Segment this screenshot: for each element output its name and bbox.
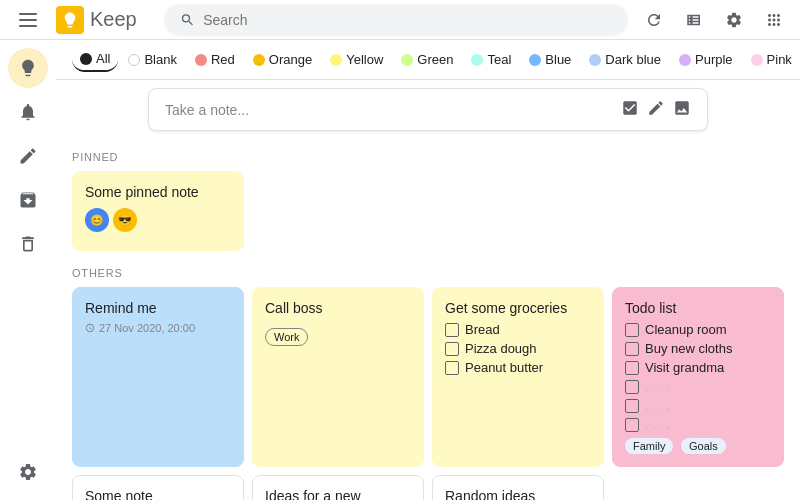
todo-list-card[interactable]: Todo list Cleanup room Buy new cloths Vi… bbox=[612, 287, 784, 467]
tag-family[interactable]: Family bbox=[625, 438, 673, 454]
note-input-bar[interactable]: Take a note... bbox=[148, 88, 708, 131]
filter-dot-purple bbox=[679, 54, 691, 66]
brush-icon[interactable] bbox=[647, 99, 665, 120]
some-note-card[interactable]: Some note bbox=[72, 475, 244, 500]
app-logo: Keep bbox=[56, 6, 156, 34]
pinned-note-card[interactable]: Some pinned note 😊 😎 bbox=[72, 171, 244, 251]
search-input[interactable] bbox=[203, 12, 612, 28]
ideas-business-card[interactable]: Ideas for a new business bbox=[252, 475, 424, 500]
filter-label-green: Green bbox=[417, 52, 453, 67]
sidebar-item-notes[interactable] bbox=[8, 48, 48, 88]
filter-dot-teal bbox=[471, 54, 483, 66]
sidebar-item-trash[interactable] bbox=[8, 224, 48, 264]
main-content: Take a note... PINNED Some pinned note 😊… bbox=[56, 80, 800, 500]
filter-dot-orange bbox=[253, 54, 265, 66]
checkbox-buy-cloths bbox=[625, 342, 639, 356]
sidebar-item-edit-labels[interactable] bbox=[8, 136, 48, 176]
tag-goals[interactable]: Goals bbox=[681, 438, 726, 454]
layout-button[interactable] bbox=[676, 2, 712, 38]
apps-button[interactable] bbox=[756, 2, 792, 38]
sidebar bbox=[0, 40, 56, 500]
filter-dot-yellow bbox=[330, 54, 342, 66]
checkbox-cleanup bbox=[625, 323, 639, 337]
pinned-note-title: Some pinned note bbox=[85, 184, 231, 200]
filter-teal[interactable]: Teal bbox=[463, 48, 519, 71]
pinned-label: PINNED bbox=[72, 151, 784, 163]
menu-button[interactable] bbox=[8, 0, 48, 40]
filter-blank[interactable]: Blank bbox=[120, 48, 185, 71]
filter-dot-all bbox=[80, 53, 92, 65]
todo-item-4: . . . . bbox=[625, 379, 771, 394]
filter-orange[interactable]: Orange bbox=[245, 48, 320, 71]
todo-item-6: . . . . bbox=[625, 417, 771, 432]
filter-label-blank: Blank bbox=[144, 52, 177, 67]
pinned-section: PINNED Some pinned note 😊 😎 bbox=[72, 151, 784, 251]
filter-dot-green bbox=[401, 54, 413, 66]
refresh-button[interactable] bbox=[636, 2, 672, 38]
filter-all[interactable]: All bbox=[72, 47, 118, 72]
checkbox-pizza-dough bbox=[445, 342, 459, 356]
checkbox-bread bbox=[445, 323, 459, 337]
checkbox-icon[interactable] bbox=[621, 99, 639, 120]
filter-green[interactable]: Green bbox=[393, 48, 461, 71]
others-label: OTHERS bbox=[72, 267, 784, 279]
todo-label-5: . . . . bbox=[645, 398, 670, 413]
logo-icon bbox=[56, 6, 84, 34]
search-bar[interactable] bbox=[164, 4, 628, 36]
grocery-label-1: Bread bbox=[465, 322, 500, 337]
filter-label-purple: Purple bbox=[695, 52, 733, 67]
sidebar-item-archive[interactable] bbox=[8, 180, 48, 220]
filter-label-all: All bbox=[96, 51, 110, 66]
checkbox-blank3 bbox=[625, 418, 639, 432]
filter-blue[interactable]: Blue bbox=[521, 48, 579, 71]
filter-label-darkblue: Dark blue bbox=[605, 52, 661, 67]
image-icon[interactable] bbox=[673, 99, 691, 120]
filter-dot-darkblue bbox=[589, 54, 601, 66]
filter-purple[interactable]: Purple bbox=[671, 48, 741, 71]
grocery-label-2: Pizza dough bbox=[465, 341, 537, 356]
filter-red[interactable]: Red bbox=[187, 48, 243, 71]
ideas-business-title: Ideas for a new business bbox=[265, 488, 411, 500]
grocery-label-3: Peanut butter bbox=[465, 360, 543, 375]
some-note-title: Some note bbox=[85, 488, 231, 500]
random-ideas-title: Random ideas bbox=[445, 488, 591, 500]
svg-rect-2 bbox=[19, 25, 37, 27]
todo-item-3: Visit grandma bbox=[625, 360, 771, 375]
note-input-placeholder: Take a note... bbox=[165, 102, 621, 118]
app-name: Keep bbox=[90, 8, 137, 31]
filter-label-pink: Pink bbox=[767, 52, 792, 67]
todo-item-5: . . . . bbox=[625, 398, 771, 413]
todo-item-2: Buy new cloths bbox=[625, 341, 771, 356]
sidebar-item-reminders[interactable] bbox=[8, 92, 48, 132]
note-input-icons bbox=[621, 99, 691, 120]
filter-label-yellow: Yellow bbox=[346, 52, 383, 67]
filter-yellow[interactable]: Yellow bbox=[322, 48, 391, 71]
filter-pink[interactable]: Pink bbox=[743, 48, 800, 71]
filter-darkblue[interactable]: Dark blue bbox=[581, 48, 669, 71]
grocery-item-1: Bread bbox=[445, 322, 591, 337]
filter-dot-red bbox=[195, 54, 207, 66]
avatar-row: 😊 😎 bbox=[85, 208, 231, 232]
call-boss-card[interactable]: Call boss Work bbox=[252, 287, 424, 467]
grocery-item-3: Peanut butter bbox=[445, 360, 591, 375]
others-section: OTHERS Remind me 27 Nov 2020, 20:00 Call… bbox=[72, 267, 784, 500]
call-boss-title: Call boss bbox=[265, 300, 411, 316]
grocery-item-2: Pizza dough bbox=[445, 341, 591, 356]
groceries-card[interactable]: Get some groceries Bread Pizza dough Pea… bbox=[432, 287, 604, 467]
header-actions bbox=[636, 2, 792, 38]
remind-me-timestamp: 27 Nov 2020, 20:00 bbox=[85, 322, 231, 334]
checkbox-blank2 bbox=[625, 399, 639, 413]
svg-rect-0 bbox=[19, 13, 37, 15]
sidebar-item-settings[interactable] bbox=[8, 452, 48, 492]
search-icon bbox=[180, 12, 195, 28]
random-ideas-card[interactable]: Random ideas 27 Nov 2020, 20:30 bbox=[432, 475, 604, 500]
call-boss-tag: Work bbox=[265, 328, 308, 346]
groceries-title: Get some groceries bbox=[445, 300, 591, 316]
remind-me-card[interactable]: Remind me 27 Nov 2020, 20:00 bbox=[72, 287, 244, 467]
settings-button[interactable] bbox=[716, 2, 752, 38]
placeholder-col3: Random ideas 27 Nov 2020, 20:30 bbox=[432, 475, 604, 500]
checkbox-peanut-butter bbox=[445, 361, 459, 375]
svg-rect-1 bbox=[19, 19, 37, 21]
remind-me-time: 27 Nov 2020, 20:00 bbox=[99, 322, 195, 334]
checkbox-blank1 bbox=[625, 380, 639, 394]
